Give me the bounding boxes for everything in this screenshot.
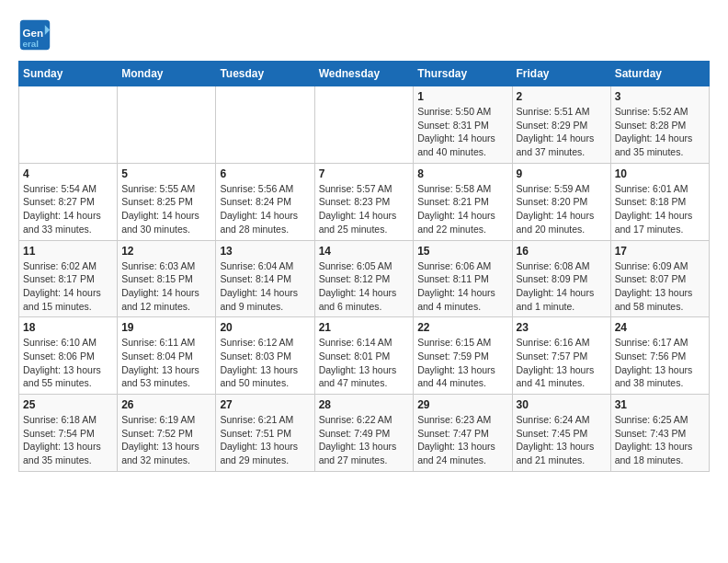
day-number: 18 (23, 321, 113, 334)
day-info: Sunrise: 6:03 AM Sunset: 8:15 PM Dayligh… (121, 259, 211, 314)
day-info: Sunrise: 6:24 AM Sunset: 7:45 PM Dayligh… (517, 413, 607, 467)
calendar-week-1: 1Sunrise: 5:50 AM Sunset: 8:31 PM Daylig… (19, 86, 710, 164)
day-number: 5 (121, 167, 211, 180)
day-info: Sunrise: 6:19 AM Sunset: 7:52 PM Dayligh… (121, 413, 211, 467)
day-header-wednesday: Wednesday (314, 62, 414, 86)
day-number: 24 (615, 321, 705, 334)
calendar-cell: 16Sunrise: 6:08 AM Sunset: 8:09 PM Dayli… (512, 240, 610, 317)
calendar-cell: 2Sunrise: 5:51 AM Sunset: 8:29 PM Daylig… (512, 86, 610, 164)
day-number: 26 (121, 398, 211, 411)
day-info: Sunrise: 6:18 AM Sunset: 7:54 PM Dayligh… (23, 413, 113, 467)
calendar-cell: 5Sunrise: 5:55 AM Sunset: 8:25 PM Daylig… (118, 163, 216, 240)
day-number: 31 (615, 398, 705, 411)
calendar-cell: 19Sunrise: 6:11 AM Sunset: 8:04 PM Dayli… (118, 317, 216, 395)
calendar-cell: 13Sunrise: 6:04 AM Sunset: 8:14 PM Dayli… (216, 240, 314, 317)
day-number: 15 (417, 245, 507, 258)
day-info: Sunrise: 6:05 AM Sunset: 8:12 PM Dayligh… (319, 259, 410, 314)
calendar-cell: 25Sunrise: 6:18 AM Sunset: 7:54 PM Dayli… (19, 395, 118, 472)
day-info: Sunrise: 6:15 AM Sunset: 7:59 PM Dayligh… (417, 336, 507, 390)
day-header-monday: Monday (118, 62, 216, 86)
day-info: Sunrise: 5:56 AM Sunset: 8:24 PM Dayligh… (220, 182, 310, 236)
day-number: 16 (517, 245, 607, 258)
day-info: Sunrise: 6:02 AM Sunset: 8:17 PM Dayligh… (23, 259, 113, 314)
calendar-cell: 20Sunrise: 6:12 AM Sunset: 8:03 PM Dayli… (216, 317, 314, 395)
day-number: 23 (517, 321, 607, 334)
day-info: Sunrise: 6:01 AM Sunset: 8:18 PM Dayligh… (615, 182, 705, 236)
day-number: 13 (220, 245, 310, 258)
day-info: Sunrise: 6:04 AM Sunset: 8:14 PM Dayligh… (220, 259, 310, 314)
calendar-cell: 11Sunrise: 6:02 AM Sunset: 8:17 PM Dayli… (19, 240, 118, 317)
day-info: Sunrise: 6:11 AM Sunset: 8:04 PM Dayligh… (121, 336, 211, 390)
day-number: 3 (615, 90, 705, 103)
day-number: 30 (517, 398, 607, 411)
logo-icon: Gen eral (18, 18, 51, 52)
calendar-cell: 28Sunrise: 6:22 AM Sunset: 7:49 PM Dayli… (314, 395, 414, 472)
day-number: 20 (220, 321, 310, 334)
day-info: Sunrise: 6:22 AM Sunset: 7:49 PM Dayligh… (319, 413, 410, 467)
day-number: 22 (417, 321, 507, 334)
day-header-friday: Friday (512, 62, 610, 86)
header: Gen eral (18, 18, 710, 52)
day-number: 10 (615, 167, 705, 180)
calendar-cell: 3Sunrise: 5:52 AM Sunset: 8:28 PM Daylig… (610, 86, 709, 164)
calendar-week-3: 11Sunrise: 6:02 AM Sunset: 8:17 PM Dayli… (19, 240, 710, 317)
day-number: 2 (517, 90, 607, 103)
day-number: 25 (23, 398, 113, 411)
calendar-cell: 12Sunrise: 6:03 AM Sunset: 8:15 PM Dayli… (118, 240, 216, 317)
day-number: 8 (417, 167, 507, 180)
calendar-cell: 26Sunrise: 6:19 AM Sunset: 7:52 PM Dayli… (118, 395, 216, 472)
day-number: 12 (121, 245, 211, 258)
day-header-thursday: Thursday (414, 62, 512, 86)
calendar-cell: 17Sunrise: 6:09 AM Sunset: 8:07 PM Dayli… (610, 240, 709, 317)
day-info: Sunrise: 5:58 AM Sunset: 8:21 PM Dayligh… (417, 182, 507, 236)
calendar-cell: 10Sunrise: 6:01 AM Sunset: 8:18 PM Dayli… (610, 163, 709, 240)
svg-text:Gen: Gen (23, 27, 44, 39)
calendar-cell: 30Sunrise: 6:24 AM Sunset: 7:45 PM Dayli… (512, 395, 610, 472)
day-info: Sunrise: 6:21 AM Sunset: 7:51 PM Dayligh… (220, 413, 310, 467)
day-header-tuesday: Tuesday (216, 62, 314, 86)
day-info: Sunrise: 6:16 AM Sunset: 7:57 PM Dayligh… (517, 336, 607, 390)
day-info: Sunrise: 5:54 AM Sunset: 8:27 PM Dayligh… (23, 182, 113, 236)
logo: Gen eral (18, 18, 55, 52)
day-info: Sunrise: 5:50 AM Sunset: 8:31 PM Dayligh… (417, 105, 507, 159)
day-info: Sunrise: 6:06 AM Sunset: 8:11 PM Dayligh… (417, 259, 507, 314)
day-info: Sunrise: 5:59 AM Sunset: 8:20 PM Dayligh… (517, 182, 607, 236)
svg-text:eral: eral (23, 39, 40, 49)
day-info: Sunrise: 5:52 AM Sunset: 8:28 PM Dayligh… (615, 105, 705, 159)
calendar-cell: 7Sunrise: 5:57 AM Sunset: 8:23 PM Daylig… (314, 163, 414, 240)
day-info: Sunrise: 6:08 AM Sunset: 8:09 PM Dayligh… (517, 259, 607, 314)
day-number: 17 (615, 245, 705, 258)
calendar-cell: 18Sunrise: 6:10 AM Sunset: 8:06 PM Dayli… (19, 317, 118, 395)
calendar-cell: 21Sunrise: 6:14 AM Sunset: 8:01 PM Dayli… (314, 317, 414, 395)
day-number: 14 (319, 245, 410, 258)
calendar-table: SundayMondayTuesdayWednesdayThursdayFrid… (18, 61, 710, 472)
day-number: 21 (319, 321, 410, 334)
day-info: Sunrise: 6:17 AM Sunset: 7:56 PM Dayligh… (615, 336, 705, 390)
calendar-body: 1Sunrise: 5:50 AM Sunset: 8:31 PM Daylig… (19, 86, 710, 472)
calendar-cell: 8Sunrise: 5:58 AM Sunset: 8:21 PM Daylig… (414, 163, 512, 240)
day-info: Sunrise: 5:51 AM Sunset: 8:29 PM Dayligh… (517, 105, 607, 159)
day-number: 1 (417, 90, 507, 103)
calendar-header-row: SundayMondayTuesdayWednesdayThursdayFrid… (19, 62, 710, 86)
day-number: 9 (517, 167, 607, 180)
day-info: Sunrise: 6:25 AM Sunset: 7:43 PM Dayligh… (615, 413, 705, 467)
day-number: 6 (220, 167, 310, 180)
day-info: Sunrise: 5:57 AM Sunset: 8:23 PM Dayligh… (319, 182, 410, 236)
day-info: Sunrise: 6:23 AM Sunset: 7:47 PM Dayligh… (417, 413, 507, 467)
calendar-cell: 29Sunrise: 6:23 AM Sunset: 7:47 PM Dayli… (414, 395, 512, 472)
day-info: Sunrise: 6:14 AM Sunset: 8:01 PM Dayligh… (319, 336, 410, 390)
day-header-saturday: Saturday (610, 62, 709, 86)
calendar-week-4: 18Sunrise: 6:10 AM Sunset: 8:06 PM Dayli… (19, 317, 710, 395)
calendar-cell: 24Sunrise: 6:17 AM Sunset: 7:56 PM Dayli… (610, 317, 709, 395)
day-info: Sunrise: 6:12 AM Sunset: 8:03 PM Dayligh… (220, 336, 310, 390)
calendar-cell: 23Sunrise: 6:16 AM Sunset: 7:57 PM Dayli… (512, 317, 610, 395)
day-number: 27 (220, 398, 310, 411)
day-number: 11 (23, 245, 113, 258)
day-number: 4 (23, 167, 113, 180)
calendar-week-5: 25Sunrise: 6:18 AM Sunset: 7:54 PM Dayli… (19, 395, 710, 472)
calendar-cell: 14Sunrise: 6:05 AM Sunset: 8:12 PM Dayli… (314, 240, 414, 317)
calendar-cell (118, 86, 216, 164)
calendar-cell (19, 86, 118, 164)
day-info: Sunrise: 6:10 AM Sunset: 8:06 PM Dayligh… (23, 336, 113, 390)
calendar-cell: 9Sunrise: 5:59 AM Sunset: 8:20 PM Daylig… (512, 163, 610, 240)
